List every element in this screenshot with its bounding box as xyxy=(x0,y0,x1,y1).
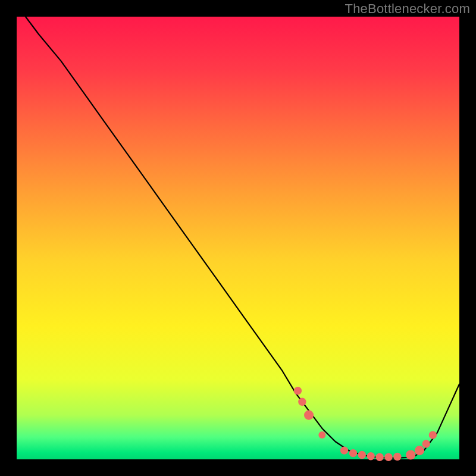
curve-marker xyxy=(384,453,392,461)
curve-marker xyxy=(318,431,325,439)
chart-plot-area xyxy=(17,17,459,459)
chart-container: TheBottlenecker.com xyxy=(0,0,476,476)
bottleneck-chart xyxy=(0,0,476,476)
curve-marker xyxy=(298,398,306,406)
curve-marker xyxy=(393,453,401,461)
curve-marker xyxy=(406,450,415,460)
curve-marker xyxy=(294,387,302,394)
curve-marker xyxy=(358,451,366,459)
curve-marker xyxy=(415,446,424,455)
curve-marker xyxy=(422,440,430,447)
curve-marker xyxy=(304,411,314,420)
curve-marker xyxy=(375,453,383,461)
curve-marker xyxy=(367,452,375,460)
curve-marker xyxy=(340,446,348,454)
curve-marker xyxy=(349,449,357,457)
curve-marker xyxy=(429,431,437,439)
attribution-text: TheBottlenecker.com xyxy=(345,1,470,17)
